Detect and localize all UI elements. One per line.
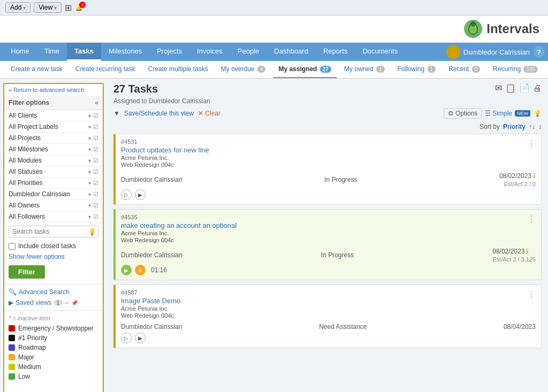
pause-btn-1[interactable]: ⏸ [135, 265, 146, 275]
include-closed-checkbox[interactable] [9, 243, 16, 250]
bell-icon-wrap[interactable]: 🔔 2 [75, 4, 83, 11]
nav-item-documents[interactable]: Documents [355, 43, 405, 61]
stop-btn-0[interactable]: ▶ [135, 189, 146, 200]
task-project-0: Web Redesign 004c [121, 162, 209, 168]
clear-link[interactable]: ✕ Clear [198, 110, 220, 117]
more-icon-0[interactable]: ⋮ [527, 139, 536, 149]
filter-check-owners[interactable]: ☑ [93, 202, 98, 209]
filter-check-priorities[interactable]: ☑ [93, 180, 98, 187]
owners-chevron: ▾ [88, 203, 91, 209]
copy-icon[interactable]: 📋 [505, 83, 516, 93]
subnav-my-assigned[interactable]: My assigned 27 [273, 61, 337, 78]
advanced-search-link[interactable]: 🔍 Advanced Search [4, 287, 103, 297]
filter-check-followers[interactable]: ☑ [93, 213, 98, 220]
options-button[interactable]: ⚙ Options [444, 108, 482, 119]
more-icon-1[interactable]: ⋮ [527, 214, 536, 224]
date-info-icon-0[interactable]: ℹ [533, 172, 536, 180]
nav-item-dashboard[interactable]: Dashboard [267, 43, 316, 61]
more-icon-2[interactable]: ⋮ [527, 289, 536, 299]
nav-item-people[interactable]: People [230, 43, 267, 61]
edit-icon[interactable]: ✏ [65, 300, 69, 306]
task-id-2: #4587 [121, 289, 180, 296]
nav-item-milestones[interactable]: Milestones [101, 43, 149, 61]
task-title-0[interactable]: Product updates for new line [121, 146, 209, 154]
filter-button[interactable]: Filter [9, 265, 45, 279]
page-title: 27 Tasks [113, 83, 158, 95]
nav-item-projects[interactable]: Projects [149, 43, 189, 61]
search-input[interactable] [9, 226, 98, 237]
subnav-following[interactable]: Following 1 [392, 61, 442, 78]
include-closed-row: Include closed tasks [4, 241, 103, 251]
subnav-recent[interactable]: Recent 0 [443, 61, 485, 78]
clients-select[interactable]: All Clients [9, 112, 86, 119]
filter-check-milestones[interactable]: ☑ [93, 146, 98, 153]
task-client-1: Acme Petunia Inc. [121, 230, 237, 236]
save-view-link[interactable]: Save/Schedule this view [124, 110, 194, 117]
grid-icon[interactable]: ⊞ [65, 3, 72, 13]
sort-desc-icon[interactable]: ↕ [538, 123, 542, 130]
owners-select[interactable]: All Owners [9, 202, 86, 209]
play-btn-0[interactable]: ▷ [121, 189, 132, 200]
subnav-create-recurring[interactable]: Create recurring task [70, 61, 141, 78]
milestones-select[interactable]: All Milestones [9, 145, 86, 153]
priorities-select[interactable]: All Priorities [9, 179, 86, 187]
stop-btn-2[interactable]: ▶ [135, 333, 146, 343]
nav-item-time[interactable]: Time [37, 43, 67, 61]
assignee-select[interactable]: Dumbledor Calrissian [9, 190, 86, 198]
nav-item-tasks[interactable]: Tasks [67, 43, 101, 61]
subnav-create-task[interactable]: Create a new task [5, 61, 68, 78]
email-icon[interactable]: ✉ [495, 83, 502, 93]
show-fewer-link[interactable]: Show fewer options [4, 251, 103, 262]
filter-icon: ▼ [113, 110, 120, 117]
task-id-0: #4531 [121, 139, 209, 145]
return-link[interactable]: « Return to advanced search [4, 84, 103, 96]
task-card-1: #4535 make creating an account an option… [113, 209, 542, 280]
filter-check-assignee[interactable]: ☑ [93, 191, 98, 198]
saved-views-link[interactable]: ▶ Saved views 1 ✏ 📌 [4, 297, 103, 308]
task-top-2: #4587 Image Paste Demo Acme Petunia Inc.… [121, 289, 536, 319]
sort-asc-icon[interactable]: ↑↓ [529, 123, 535, 130]
followers-select[interactable]: All Followers [9, 213, 86, 220]
legend-roadmap: Roadmap [4, 343, 103, 352]
filter-check-modules[interactable]: ☑ [93, 157, 98, 164]
filter-icons-assignee: ☑ [93, 191, 98, 198]
task-title-2[interactable]: Image Paste Demo [121, 297, 180, 305]
file-icon[interactable]: 📄 [519, 83, 530, 93]
task-footer-2: Dumbledor Calrissian Need Assistance 08/… [121, 323, 536, 330]
simple-button[interactable]: ☰ Simple NEW [485, 110, 530, 117]
task-title-1[interactable]: make creating an account an optional [121, 221, 237, 229]
nav-item-invoices[interactable]: Invoices [189, 43, 230, 61]
filter-check-clients[interactable]: ☑ [93, 112, 98, 119]
labels-chevron: ▾ [88, 124, 91, 130]
subnav-request-queue[interactable]: Request queue 7 [545, 61, 548, 78]
filter-check-projects[interactable]: ☑ [93, 135, 98, 142]
nav-item-home[interactable]: Home [3, 43, 37, 61]
print-icon[interactable]: 🖨 [533, 83, 542, 93]
bulb-icon[interactable]: 💡 [534, 110, 542, 117]
labels-select[interactable]: All Project Labels [9, 123, 86, 130]
collapse-icon[interactable]: « [95, 99, 98, 106]
user-name: Dumbledor Calrissian [463, 48, 530, 56]
filter-check-labels[interactable]: ☑ [93, 124, 98, 130]
view-button[interactable]: View ▾ [34, 2, 62, 13]
subnav-my-owned[interactable]: My owned 1 [339, 61, 390, 78]
assigned-badge: 27 [320, 66, 331, 73]
subnav-recurring[interactable]: Recurring 186 [488, 61, 543, 78]
nav-item-reports[interactable]: Reports [316, 43, 355, 61]
modules-select[interactable]: All Modules [9, 157, 86, 164]
pin-icon[interactable]: 📌 [71, 300, 78, 306]
sort-value[interactable]: Priority [503, 123, 526, 130]
play-btn-1[interactable]: ▶ [121, 265, 132, 275]
add-button[interactable]: Add ▾ [5, 2, 31, 13]
help-button[interactable]: ? [533, 46, 545, 58]
subnav-create-multiple[interactable]: Create multiple tasks [143, 61, 214, 78]
recurring-badge: 186 [523, 66, 538, 73]
projects-select[interactable]: All Projects [9, 134, 86, 142]
subnav-my-overdue[interactable]: My overdue 4 [216, 61, 271, 78]
date-info-icon-1[interactable]: ℹ [526, 248, 529, 255]
task-controls-2: ▷ ▶ [121, 333, 536, 343]
filter-check-statuses[interactable]: ☑ [93, 168, 98, 175]
statuses-select[interactable]: All Statuses [9, 168, 86, 175]
play-btn-2[interactable]: ▷ [121, 333, 132, 343]
user-menu[interactable]: Dumbledor Calrissian [446, 45, 530, 59]
